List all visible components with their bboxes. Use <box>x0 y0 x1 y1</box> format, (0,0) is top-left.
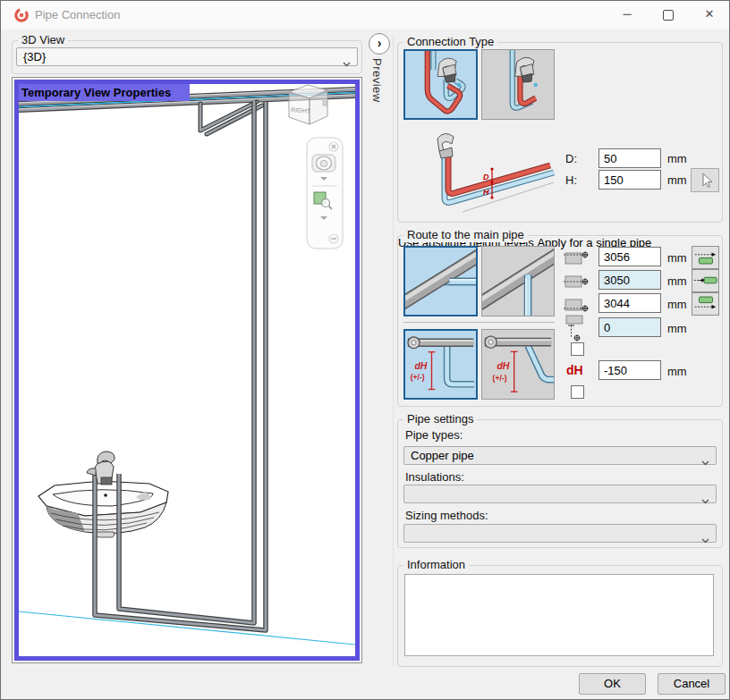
connection-type-label: Connection Type <box>403 35 497 49</box>
sizing-methods-label: Sizing methods: <box>405 509 488 522</box>
pipe-connection-dialog: Pipe Connection ─ ✕ 3D View {3D} <box>0 0 730 700</box>
route-thumbs-divider <box>403 322 555 323</box>
d-input[interactable] <box>598 148 661 168</box>
use-absolute-height-checkbox[interactable] <box>571 342 584 356</box>
connect-center-icon <box>692 270 718 291</box>
dh-label: dH <box>566 363 583 377</box>
app-icon <box>13 7 30 26</box>
sizing-methods-select[interactable] <box>403 524 717 543</box>
connect-center-button[interactable] <box>692 269 719 292</box>
svg-text:dH: dH <box>414 361 427 371</box>
depth-offset-icon <box>564 315 591 344</box>
minimize-button[interactable]: ─ <box>607 1 647 30</box>
3d-scene[interactable]: RIGHT <box>19 84 355 656</box>
svg-text:(+/-): (+/-) <box>493 373 507 382</box>
height-top-input[interactable] <box>598 247 661 266</box>
3d-viewport[interactable]: RIGHT <box>14 80 360 661</box>
route-option-vertical-branch[interactable] <box>481 246 555 316</box>
connect-above-icon <box>692 247 718 268</box>
route-group: Route to the main pipe <box>397 235 723 407</box>
align-bottom-icon <box>564 296 590 316</box>
view-cube[interactable]: RIGHT <box>289 85 327 124</box>
chevron-down-icon <box>701 531 709 548</box>
pipe-types-value: Copper pipe <box>411 449 474 462</box>
svg-text:(+/-): (+/-) <box>411 373 425 382</box>
viewport-banner: Temporary View Properties <box>19 84 190 101</box>
sink <box>38 481 168 537</box>
connect-below-button[interactable] <box>692 292 719 316</box>
connection-type-option-looped[interactable] <box>403 49 478 120</box>
panel-separator <box>393 35 394 666</box>
maximize-icon <box>663 10 674 21</box>
d-label: D: <box>565 152 577 165</box>
diagram-h-letter: H <box>483 188 489 197</box>
offset-input[interactable] <box>598 317 661 337</box>
route-option-drop-diagonal[interactable]: dH (+/-) <box>481 329 555 400</box>
connection-type-option-straight[interactable] <box>481 49 555 120</box>
align-top-icon <box>564 249 590 270</box>
d-unit: mm <box>667 152 687 165</box>
close-button[interactable]: ✕ <box>690 1 729 30</box>
supply-pipe-loops <box>95 101 266 630</box>
cancel-button[interactable]: Cancel <box>658 673 726 695</box>
dh-input[interactable] <box>598 360 661 380</box>
3d-view-select-value: {3D} <box>23 50 46 63</box>
chevron-down-icon <box>701 453 709 470</box>
h-input[interactable] <box>598 170 661 190</box>
maximize-button[interactable] <box>649 1 688 30</box>
information-label: Information <box>403 558 469 572</box>
insulations-label: Insulations: <box>405 470 464 484</box>
svg-text:dH: dH <box>497 360 509 371</box>
steering-wheel-icon[interactable] <box>312 155 335 172</box>
h-unit: mm <box>667 173 687 187</box>
connect-below-icon <box>692 293 718 315</box>
insulations-select[interactable] <box>403 485 717 503</box>
align-center-icon <box>564 273 590 293</box>
ok-button[interactable]: OK <box>579 673 646 695</box>
information-group: Information <box>397 565 723 667</box>
pipe-settings-group: Pipe settings Pipe types: Copper pipe In… <box>397 419 723 548</box>
chevron-down-icon <box>701 492 709 509</box>
information-textarea[interactable] <box>404 574 714 656</box>
pick-cursor-icon <box>692 169 718 191</box>
apply-single-pipe-checkbox[interactable] <box>571 385 584 399</box>
connection-diagram: D H <box>400 131 556 219</box>
pick-point-button[interactable] <box>691 168 719 192</box>
height-center-input[interactable] <box>598 270 661 290</box>
route-group-label: Route to the main pipe <box>403 228 528 242</box>
preview-tab-label: Preview <box>370 58 384 103</box>
route-option-drop-elbow[interactable]: dH (+/-) <box>403 329 478 400</box>
chevron-down-icon <box>343 55 351 72</box>
faucet <box>87 451 115 485</box>
3d-view-group: 3D View {3D} <box>12 40 362 74</box>
pipe-types-label: Pipe types: <box>405 428 463 442</box>
connect-above-button[interactable] <box>692 246 719 269</box>
3d-view-select[interactable]: {3D} <box>16 47 358 66</box>
connection-type-group: Connection Type <box>397 42 723 223</box>
route-option-horizontal-branch[interactable] <box>403 246 478 316</box>
window-title: Pipe Connection <box>35 1 120 30</box>
3d-view-group-label: 3D View <box>18 33 68 47</box>
h-label: H: <box>565 173 577 187</box>
pipe-types-select[interactable]: Copper pipe <box>403 446 717 465</box>
3d-viewport-frame: RIGHT <box>12 77 362 663</box>
height-bottom-input[interactable] <box>598 293 661 313</box>
diagram-d-letter: D <box>483 173 489 181</box>
pipe-settings-label: Pipe settings <box>403 412 477 426</box>
title-bar: Pipe Connection ─ ✕ <box>1 1 729 30</box>
navigation-toolbar <box>307 138 343 249</box>
expand-preview-button[interactable]: › <box>369 33 390 55</box>
